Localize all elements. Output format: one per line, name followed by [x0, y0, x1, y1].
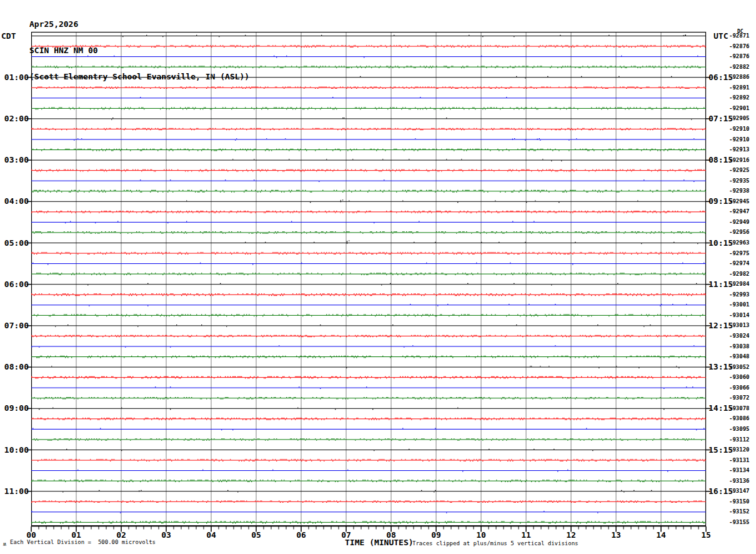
- dc-offset-value: -93131: [729, 457, 750, 464]
- x-tick-label: 12: [560, 530, 582, 540]
- trace-spike-dot: [141, 490, 141, 491]
- cdt-time-label: 01:00: [0, 73, 29, 83]
- dc-offset-value: -93152: [729, 508, 750, 515]
- x-tick-label: 03: [155, 530, 177, 540]
- x-tick-label: 13: [605, 530, 627, 540]
- helicorder-screen: Apr25,2026 SCIN HNZ NM 00 (Scott Element…: [0, 0, 756, 554]
- cdt-time-label: 06:00: [0, 280, 29, 290]
- trace-spike-dot: [349, 241, 349, 241]
- x-tick-label: 00: [20, 530, 42, 540]
- x-tick-label: 10: [470, 530, 492, 540]
- dc-offset-value: -93014: [729, 312, 750, 319]
- dc-offset-value: -92956: [729, 229, 750, 236]
- dc-offset-value: -92974: [729, 260, 750, 267]
- clip-note: Traces clipped at plus/minus 5 vertical …: [412, 540, 579, 546]
- header-date: Apr25,2026: [29, 20, 249, 29]
- seismogram-plot: [31, 32, 706, 526]
- dc-offset-value: -93155: [729, 519, 750, 526]
- dc-offset-value: -93150: [729, 498, 750, 505]
- dc-offset-value: -93147: [729, 488, 750, 495]
- dc-offset-value: -93038: [729, 343, 750, 350]
- dc-offset-value: -92982: [729, 271, 750, 278]
- left-timezone-header: CDT: [1, 31, 16, 41]
- dc-offset-value: -92945: [729, 198, 750, 205]
- cdt-time-label: 07:00: [0, 321, 29, 331]
- dc-offset-value: -93095: [729, 426, 750, 433]
- time-axis-label: TIME (MINUTES): [345, 538, 414, 547]
- dc-offset-value: -92871: [729, 33, 750, 39]
- x-tick-label: 04: [200, 530, 222, 540]
- x-tick-label: 02: [110, 530, 132, 540]
- dc-offset-value: -92876: [729, 53, 750, 60]
- dc-offset-value: -93078: [729, 405, 750, 412]
- dc-offset-value: -93086: [729, 415, 750, 422]
- x-tick-label: 06: [290, 530, 312, 540]
- vertical-division-note: Each Vertical Division = 500.00 microvol…: [10, 539, 156, 545]
- dc-offset-value: -93112: [729, 436, 750, 443]
- dc-offset-value: -92925: [729, 167, 750, 174]
- corner-mark: ʍ: [3, 541, 6, 547]
- dc-offset-value: -92910: [729, 136, 750, 143]
- plot-border: [32, 33, 706, 526]
- dc-offset-value: -92901: [729, 105, 750, 112]
- dc-offset-value: -93120: [729, 446, 750, 453]
- dc-offset-value: -93001: [729, 301, 750, 308]
- dc-offset-value: -92891: [729, 84, 750, 91]
- cdt-time-label: 08:00: [0, 362, 29, 372]
- cdt-time-label: 11:00: [0, 486, 29, 496]
- dc-offset-value: -93134: [729, 467, 750, 474]
- x-tick-label: 14: [650, 530, 672, 540]
- dc-offset-value: -92905: [729, 115, 750, 122]
- dc-offset-value: -92993: [729, 291, 750, 298]
- dc-offset-value: -92963: [729, 239, 750, 246]
- cdt-time-label: 09:00: [0, 403, 29, 413]
- dc-offset-value: -92935: [729, 178, 750, 184]
- x-tick-label: 01: [65, 530, 87, 540]
- x-tick-label: 05: [245, 530, 267, 540]
- dc-offset-value: -93072: [729, 395, 750, 401]
- cdt-time-label: 04:00: [0, 196, 29, 206]
- dc-offset-value: -92984: [729, 281, 750, 288]
- dc-offset-value: -92910: [729, 126, 750, 133]
- trace-spike-dot: [685, 35, 686, 36]
- x-tick-label: 11: [515, 530, 537, 540]
- dc-offset-value: -93060: [729, 374, 750, 381]
- dc-offset-value: -92892: [729, 94, 750, 101]
- dc-offset-value: -92916: [729, 157, 750, 164]
- dc-offset-value: -92876: [729, 43, 750, 50]
- cdt-time-label: 02:00: [0, 114, 29, 124]
- dc-offset-value: -92947: [729, 208, 750, 215]
- dc-offset-value: -92949: [729, 219, 750, 226]
- dc-offset-value: -93066: [729, 385, 750, 391]
- cdt-time-label: 10:00: [0, 445, 29, 455]
- dc-offset-value: -93052: [729, 364, 750, 371]
- cdt-time-label: 05:00: [0, 238, 29, 248]
- dc-offset-value: -92882: [729, 64, 750, 71]
- cdt-time-label: 03:00: [0, 155, 29, 165]
- trace-spike-dot: [342, 199, 343, 200]
- dc-offset-value: -93136: [729, 478, 750, 485]
- right-timezone-header: UTC: [714, 31, 728, 41]
- dc-offset-value: -92975: [729, 250, 750, 257]
- dc-offset-value: -92886: [729, 74, 750, 81]
- dc-offset-value: -92938: [729, 188, 750, 194]
- x-tick-label: 09: [425, 530, 447, 540]
- dc-offset-value: -92913: [729, 146, 750, 153]
- x-tick-label: 15: [695, 530, 717, 540]
- dc-offset-value: -93013: [729, 322, 750, 329]
- trace-spike-dot: [539, 138, 540, 139]
- trace-spike-dot: [514, 138, 515, 139]
- dc-offset-value: -93024: [729, 333, 750, 340]
- dc-offset-value: -93048: [729, 353, 750, 360]
